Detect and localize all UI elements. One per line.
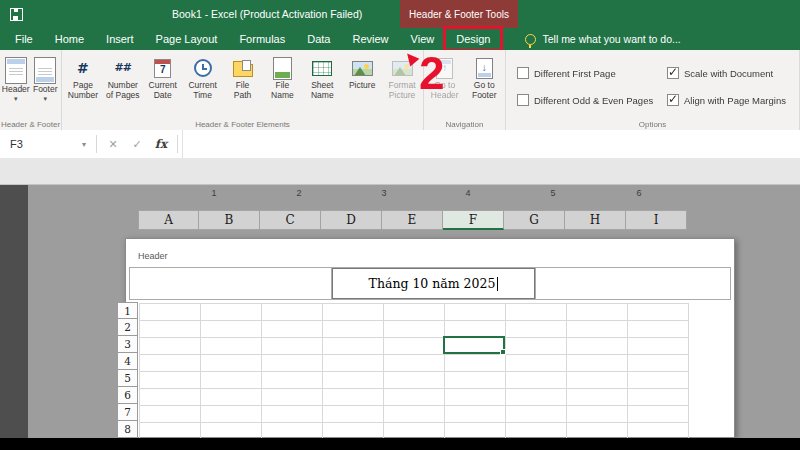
column-header-b[interactable]: B [199, 210, 260, 230]
header-button-label: Header [2, 85, 30, 95]
checkbox-icon [517, 94, 529, 106]
checkbox-align-with-page-margins[interactable]: Align with Page Margins [667, 94, 786, 106]
row-header-4[interactable]: 4 [117, 353, 138, 370]
page: Header Tháng 10 năm 2025 [125, 238, 735, 438]
tab-file[interactable]: File [4, 28, 44, 50]
group-label-navigation: Navigation [424, 120, 505, 129]
divider [96, 135, 97, 153]
worksheet-top-spacer [0, 158, 800, 185]
file-path-button[interactable]: File Path [223, 53, 263, 101]
footer-button-label: Footer [33, 85, 58, 95]
checkbox-different-odd-even-pages[interactable]: Different Odd & Even Pages [517, 94, 667, 106]
number-of-pages-icon: ## [115, 62, 131, 75]
sheet-name-button[interactable]: Sheet Name [302, 53, 342, 101]
tab-review[interactable]: Review [341, 28, 399, 50]
file-name-button[interactable]: File Name [262, 53, 302, 101]
checkbox-different-first-page[interactable]: Different First Page [517, 67, 667, 79]
header-area-label: Header [138, 251, 168, 261]
window-title: Book1 - Excel (Product Activation Failed… [172, 8, 362, 20]
formula-input[interactable] [182, 130, 800, 158]
row-header-2[interactable]: 2 [117, 319, 138, 336]
ruler-number: 6 [633, 188, 645, 198]
formula-bar: F3 ▾ ✕ ✓ fx [0, 130, 800, 159]
column-header-g[interactable]: G [504, 210, 565, 230]
column-header-e[interactable]: E [382, 210, 443, 230]
header-text: Tháng 10 năm 2025 [369, 276, 496, 291]
group-label-header-footer: Header & Footer [0, 120, 61, 129]
ruler-number: 2 [293, 188, 305, 198]
page-number-button[interactable]: # Page Number [63, 53, 103, 101]
header-section-center[interactable]: Tháng 10 năm 2025 [332, 268, 535, 299]
column-header-c[interactable]: C [260, 210, 321, 230]
save-icon[interactable] [10, 8, 23, 21]
horizontal-ruler: 1 2 3 4 5 6 [0, 188, 800, 202]
folder-icon [233, 64, 253, 77]
row-header-6[interactable]: 6 [117, 387, 138, 404]
column-header-f[interactable]: F [443, 210, 504, 230]
sheet-grid[interactable] [139, 303, 689, 438]
picture-label: Picture [349, 81, 375, 91]
name-box-caret-icon[interactable]: ▾ [82, 140, 86, 149]
header-button[interactable]: Header ▾ [1, 53, 31, 102]
ruler-number: 4 [462, 188, 474, 198]
column-header-i[interactable]: I [626, 210, 687, 230]
header-section-right[interactable] [535, 268, 730, 299]
current-time-button[interactable]: Current Time [183, 53, 223, 101]
file-path-label: File Path [234, 81, 252, 101]
tell-me-box[interactable]: Tell me what you want to do... [525, 33, 680, 45]
header-icon [5, 57, 27, 84]
step-number: 2 [419, 50, 445, 96]
ruler-number: 5 [547, 188, 559, 198]
row-header-7[interactable]: 7 [117, 404, 138, 421]
checkbox-icon [517, 67, 529, 79]
checkbox-label: Scale with Document [684, 68, 773, 79]
header-section-left[interactable] [130, 268, 332, 299]
selected-cell [443, 336, 505, 354]
checkbox-scale-with-document[interactable]: Scale with Document [667, 67, 786, 79]
number-of-pages-label: Number of Pages [106, 81, 140, 101]
page-number-label: Page Number [68, 81, 98, 101]
group-header-footer: Header ▾ Footer ▾ Header & Footer [0, 50, 62, 130]
options-column-right: Scale with Document Align with Page Marg… [667, 53, 786, 106]
ruler-number: 1 [208, 188, 220, 198]
tab-page-layout[interactable]: Page Layout [145, 28, 229, 50]
checkbox-icon [667, 67, 679, 79]
tab-insert[interactable]: Insert [95, 28, 145, 50]
checkbox-label: Different First Page [534, 68, 616, 79]
cancel-button[interactable]: ✕ [101, 138, 125, 151]
tab-home[interactable]: Home [44, 28, 95, 50]
name-box[interactable]: F3 ▾ [0, 130, 92, 158]
current-date-button[interactable]: 7 Current Date [143, 53, 183, 101]
tab-data[interactable]: Data [296, 28, 341, 50]
checkbox-label: Different Odd & Even Pages [534, 95, 653, 106]
row-header-1[interactable]: 1 [117, 302, 138, 319]
row-header-8[interactable]: 8 [117, 421, 138, 438]
row-headers: 1 2 3 4 5 6 7 8 [117, 302, 138, 438]
go-to-footer-button[interactable]: ↓ Go to Footer [465, 53, 505, 101]
insert-function-button[interactable]: fx [149, 137, 173, 151]
footer-button[interactable]: Footer ▾ [31, 53, 61, 102]
column-header-h[interactable]: H [565, 210, 626, 230]
column-header-a[interactable]: A [138, 210, 199, 230]
go-to-footer-label: Go to Footer [472, 81, 497, 101]
picture-icon [352, 61, 373, 76]
tab-formulas[interactable]: Formulas [228, 28, 296, 50]
enter-button[interactable]: ✓ [125, 138, 149, 151]
left-margin-strip [0, 185, 28, 438]
name-box-value: F3 [10, 138, 23, 150]
column-headers: A B C D E F G H I [138, 210, 687, 230]
clock-icon [194, 59, 212, 77]
checkbox-icon [667, 94, 679, 106]
worksheet-area: 1 2 3 4 5 6 A B C D E F G H I Header Thá… [0, 158, 800, 438]
bottom-bar [0, 438, 800, 450]
header-row: Tháng 10 năm 2025 [129, 267, 731, 300]
row-header-5[interactable]: 5 [117, 370, 138, 387]
row-header-3[interactable]: 3 [117, 336, 138, 353]
current-time-label: Current Time [188, 81, 216, 101]
arrow-down-icon: ↓ [482, 62, 487, 74]
file-icon [273, 57, 292, 80]
tab-design[interactable]: Design [445, 28, 501, 50]
column-header-d[interactable]: D [321, 210, 382, 230]
number-of-pages-button[interactable]: ## Number of Pages [103, 53, 143, 101]
picture-button[interactable]: Picture [342, 53, 382, 91]
